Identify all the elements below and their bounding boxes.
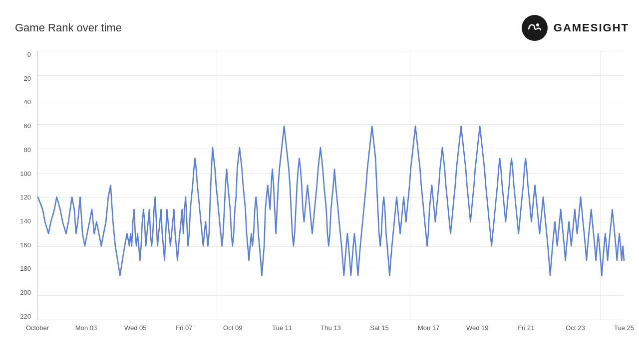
x-label-fri21: Fri 21	[518, 324, 534, 332]
x-label-oct09: Oct 09	[223, 324, 242, 332]
x-label-tue11: Tue 11	[272, 324, 292, 332]
page-container: Game Rank over time GAMESIGHT 0 20 40 60…	[0, 0, 639, 364]
x-label-mon03: Mon 03	[75, 324, 97, 332]
line-chart-svg	[38, 51, 624, 320]
y-label-220: 220	[15, 313, 35, 320]
x-label-tue25: Tue 25	[614, 324, 634, 332]
x-label-sat15: Sat 15	[370, 324, 389, 332]
x-label-fri07: Fri 07	[176, 324, 192, 332]
x-axis: October Mon 03 Wed 05 Fri 07 Oct 09 Tue …	[37, 320, 624, 340]
y-label-0: 0	[15, 51, 35, 58]
y-label-120: 120	[15, 193, 35, 201]
y-label-80: 80	[15, 146, 35, 154]
chart-inner	[37, 51, 624, 320]
y-label-60: 60	[15, 122, 35, 130]
y-label-20: 20	[15, 75, 35, 82]
y-label-40: 40	[15, 98, 35, 106]
svg-point-0	[536, 23, 539, 26]
x-label-thu13: Thu 13	[320, 324, 340, 332]
x-label-wed19: Wed 19	[466, 324, 489, 332]
x-label-mon17: Mon 17	[418, 324, 439, 332]
x-label-oct23: Oct 23	[566, 324, 585, 332]
y-label-200: 200	[15, 289, 35, 296]
y-axis: 0 20 40 60 80 100 120 140 160 180 200 22…	[15, 51, 35, 320]
logo-area: GAMESIGHT	[522, 15, 629, 41]
x-label-wed05: Wed 05	[124, 324, 147, 332]
y-label-100: 100	[15, 170, 35, 178]
y-label-160: 160	[15, 241, 35, 249]
gamesight-logo-icon	[522, 15, 548, 41]
page-header: Game Rank over time GAMESIGHT	[15, 15, 629, 41]
y-label-180: 180	[15, 265, 35, 272]
chart-area: 0 20 40 60 80 100 120 140 160 180 200 22…	[15, 51, 629, 340]
y-label-140: 140	[15, 217, 35, 225]
page-title: Game Rank over time	[15, 21, 122, 34]
logo-text: GAMESIGHT	[554, 21, 629, 34]
x-label-october: October	[26, 324, 49, 332]
